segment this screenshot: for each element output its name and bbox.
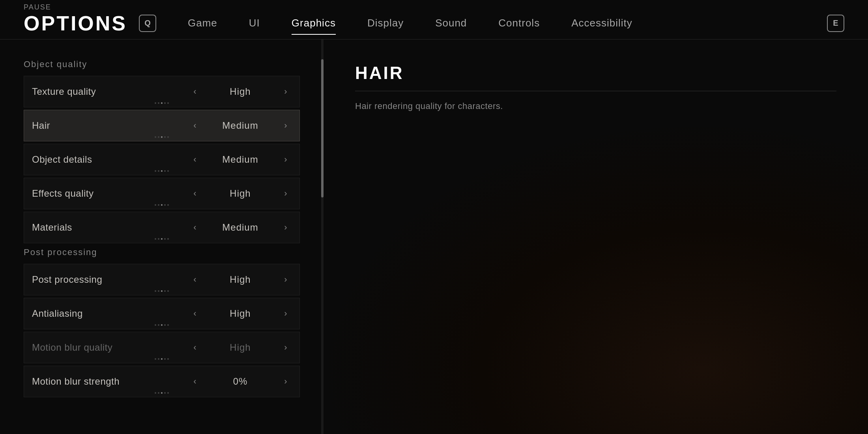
nav-tab-sound[interactable]: Sound bbox=[419, 13, 483, 33]
arrow-right-button[interactable]: › bbox=[280, 274, 292, 286]
arrow-left-button[interactable]: ‹ bbox=[189, 274, 201, 286]
setting-name: Effects quality bbox=[32, 188, 189, 199]
setting-control: ‹High› bbox=[189, 86, 292, 98]
setting-name: Materials bbox=[32, 222, 189, 233]
setting-value: Medium bbox=[209, 222, 272, 233]
arrow-right-button[interactable]: › bbox=[280, 86, 292, 98]
nav-tab-display[interactable]: Display bbox=[352, 13, 419, 33]
info-title: HAIR bbox=[355, 63, 836, 91]
icon-q-button[interactable]: Q bbox=[139, 15, 156, 32]
setting-value: High bbox=[209, 274, 272, 285]
arrow-left-button[interactable]: ‹ bbox=[189, 376, 201, 387]
setting-row-motion-blur-strength[interactable]: Motion blur strength‹0%› bbox=[24, 366, 300, 397]
arrow-left-button[interactable]: ‹ bbox=[189, 120, 201, 132]
setting-dots bbox=[155, 102, 169, 104]
setting-name: Texture quality bbox=[32, 86, 189, 97]
setting-row-effects-quality[interactable]: Effects quality‹High› bbox=[24, 178, 300, 209]
setting-name: Post processing bbox=[32, 274, 189, 285]
setting-dots bbox=[155, 238, 169, 240]
main-content: Object qualityTexture quality‹High›Hair‹… bbox=[0, 39, 868, 434]
setting-value: Medium bbox=[209, 154, 272, 165]
setting-value: High bbox=[209, 86, 272, 97]
arrow-right-button[interactable]: › bbox=[280, 308, 292, 319]
setting-name: Object details bbox=[32, 154, 189, 165]
arrow-right-button[interactable]: › bbox=[280, 376, 292, 387]
setting-row-texture-quality[interactable]: Texture quality‹High› bbox=[24, 76, 300, 107]
arrow-left-button[interactable]: ‹ bbox=[189, 188, 201, 199]
setting-value: 0% bbox=[209, 376, 272, 387]
arrow-left-button[interactable]: ‹ bbox=[189, 308, 201, 319]
setting-name: Hair bbox=[32, 120, 189, 131]
section-title: Object quality bbox=[24, 59, 300, 70]
setting-row-object-details[interactable]: Object details‹Medium› bbox=[24, 144, 300, 175]
setting-dots bbox=[155, 290, 169, 292]
nav-tab-controls[interactable]: Controls bbox=[483, 13, 556, 33]
settings-panel: Object qualityTexture quality‹High›Hair‹… bbox=[0, 39, 324, 434]
arrow-left-button[interactable]: ‹ bbox=[189, 342, 201, 353]
arrow-left-button[interactable]: ‹ bbox=[189, 222, 201, 233]
arrow-left-button[interactable]: ‹ bbox=[189, 154, 201, 165]
setting-value: Medium bbox=[209, 120, 272, 131]
setting-dots bbox=[155, 324, 169, 326]
icon-e-button[interactable]: E bbox=[827, 15, 844, 32]
scroll-thumb bbox=[321, 59, 324, 197]
setting-dots bbox=[155, 392, 169, 394]
nav-tab-accessibility[interactable]: Accessibility bbox=[556, 13, 648, 33]
page-title: OPTIONS bbox=[24, 11, 127, 35]
arrow-right-button[interactable]: › bbox=[280, 342, 292, 353]
setting-row-antialiasing[interactable]: Antialiasing‹High› bbox=[24, 298, 300, 329]
setting-control: ‹High› bbox=[189, 274, 292, 286]
info-panel: HAIR Hair rendering quality for characte… bbox=[324, 39, 868, 434]
setting-value: High bbox=[209, 308, 272, 319]
section-title: Post processing bbox=[24, 247, 300, 257]
setting-value: High bbox=[209, 188, 272, 199]
setting-dots bbox=[155, 358, 169, 360]
nav-tab-graphics[interactable]: Graphics bbox=[276, 13, 352, 33]
arrow-right-button[interactable]: › bbox=[280, 222, 292, 233]
setting-control: ‹Medium› bbox=[189, 222, 292, 233]
nav-tabs: GameUIGraphicsDisplaySoundControlsAccess… bbox=[172, 13, 827, 33]
setting-control: ‹0%› bbox=[189, 376, 292, 387]
setting-name: Antialiasing bbox=[32, 308, 189, 319]
info-description: Hair rendering quality for characters. bbox=[355, 99, 836, 113]
setting-control: ‹High› bbox=[189, 308, 292, 319]
setting-dots bbox=[155, 204, 169, 206]
setting-row-post-processing[interactable]: Post processing‹High› bbox=[24, 264, 300, 295]
setting-control: ‹Medium› bbox=[189, 154, 292, 165]
arrow-right-button[interactable]: › bbox=[280, 188, 292, 199]
arrow-left-button[interactable]: ‹ bbox=[189, 86, 201, 98]
setting-control: ‹Medium› bbox=[189, 120, 292, 132]
setting-control: ‹High› bbox=[189, 342, 292, 353]
nav-tab-ui[interactable]: UI bbox=[233, 13, 276, 33]
scrollbar[interactable] bbox=[321, 39, 324, 434]
nav-tab-game[interactable]: Game bbox=[172, 13, 233, 33]
setting-dots bbox=[155, 136, 169, 138]
setting-row-motion-blur-quality[interactable]: Motion blur quality‹High› bbox=[24, 332, 300, 363]
setting-control: ‹High› bbox=[189, 188, 292, 199]
setting-row-hair[interactable]: Hair‹Medium› bbox=[24, 110, 300, 141]
arrow-right-button[interactable]: › bbox=[280, 154, 292, 165]
setting-dots bbox=[155, 170, 169, 172]
pause-label: Pause bbox=[24, 3, 51, 11]
setting-value: High bbox=[209, 342, 272, 353]
setting-name: Motion blur strength bbox=[32, 376, 189, 387]
header: Pause OPTIONS Q GameUIGraphicsDisplaySou… bbox=[0, 0, 868, 39]
setting-row-materials[interactable]: Materials‹Medium› bbox=[24, 212, 300, 243]
setting-name: Motion blur quality bbox=[32, 342, 189, 353]
arrow-right-button[interactable]: › bbox=[280, 120, 292, 132]
